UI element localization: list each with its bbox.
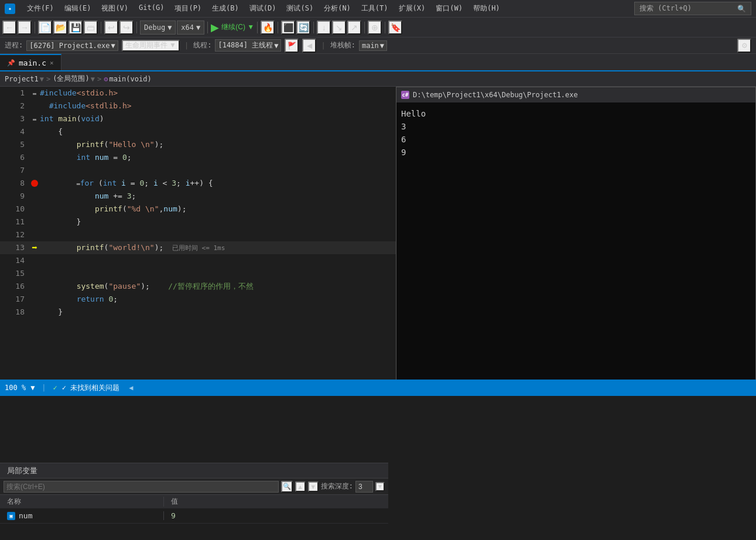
breadcrumb-function-label: main(void) <box>109 75 151 83</box>
line-marker-11 <box>29 216 40 228</box>
time-hint: 已用时间 <= 1ms <box>168 244 225 252</box>
save-button[interactable]: 💾 <box>69 20 83 35</box>
line-num-10: 10 <box>0 203 29 216</box>
output-title-bar: c# D:\temp\Project1\x64\Debug\Project1.e… <box>396 87 755 102</box>
zoom-dropdown-icon[interactable]: ▼ <box>30 384 35 392</box>
process-arrow-icon: ▼ <box>111 42 115 50</box>
stack-label: 堆栈帧: <box>330 40 355 50</box>
stop-button[interactable]: ⬛ <box>281 20 295 35</box>
menu-view[interactable]: 视图(V) <box>97 2 133 15</box>
lifecycle-toggle[interactable]: 生命周期事件 ▼ <box>122 40 180 52</box>
output-content: Hello 3 6 9 <box>396 102 755 163</box>
check-icon: ✓ <box>53 384 57 392</box>
stack-dropdown[interactable]: main ▼ <box>359 40 387 51</box>
continue-button[interactable]: ▶ 继续(C) ▼ <box>211 21 254 34</box>
breadcrumb-arrow-icon-2: ▼ <box>91 75 95 83</box>
search-icon: 🔍 <box>737 5 746 13</box>
tab-close-button[interactable]: × <box>50 59 54 67</box>
line-marker-16 <box>29 280 40 293</box>
stack-settings-button[interactable]: ⚙ <box>737 39 751 53</box>
debug-config-label: Debug <box>144 23 165 32</box>
step-into-button[interactable]: ↘ <box>332 20 346 35</box>
menu-edit[interactable]: 编辑(E) <box>60 2 96 15</box>
arch-dropdown[interactable]: x64 ▼ <box>177 20 204 35</box>
tab-main-c[interactable]: 📌 main.c × <box>0 54 61 70</box>
breadcrumb-project[interactable]: Project1 ▼ <box>5 75 44 83</box>
process-value: [6276] Project1.exe <box>29 42 110 50</box>
thread-dropdown[interactable]: [14884] 主线程 ▼ <box>215 39 281 52</box>
function-icon: ⚙ <box>104 75 108 83</box>
thread-flag-button[interactable]: 🚩 <box>285 39 299 53</box>
line-marker-15 <box>29 267 40 280</box>
fold-btn-1[interactable]: ▬ <box>33 90 36 97</box>
toolbar-separator-2 <box>101 22 101 33</box>
search-depth-input[interactable] <box>355 481 373 493</box>
line-num-1: 1 <box>0 87 29 100</box>
breakpoint-marker-8[interactable] <box>31 180 38 187</box>
menu-extensions[interactable]: 扩展(X) <box>394 2 430 15</box>
title-search-box[interactable]: 搜索 (Ctrl+Q) 🔍 <box>634 2 751 15</box>
line-marker-9 <box>29 190 40 203</box>
step-arrow-icon: ➡ <box>32 243 37 252</box>
dropdown-arrow-icon: ▼ <box>167 23 172 32</box>
undo-button[interactable]: ↩ <box>104 20 118 35</box>
output-line-1: Hello <box>401 107 751 120</box>
process-dropdown[interactable]: [6276] Project1.exe ▼ <box>26 40 118 51</box>
menu-analyze[interactable]: 分析(N) <box>319 2 355 15</box>
menu-help[interactable]: 帮助(H) <box>468 2 505 15</box>
arch-arrow-icon: ▼ <box>196 23 200 32</box>
back-button[interactable]: ← <box>2 20 16 35</box>
locals-search-up[interactable]: ▲ <box>295 481 306 492</box>
fold-btn-3[interactable]: ▬ <box>33 116 36 122</box>
search-placeholder: 搜索 (Ctrl+Q) <box>639 4 692 13</box>
menu-build[interactable]: 生成(B) <box>207 2 244 15</box>
line-marker-6 <box>29 151 40 164</box>
step-over-button[interactable]: ↓ <box>317 20 331 35</box>
menu-project[interactable]: 项目(P) <box>170 2 206 15</box>
locals-search-button[interactable]: 🔍 <box>281 481 293 493</box>
line-num-12: 12 <box>0 228 29 241</box>
breakpoints-button[interactable]: ⊕ <box>368 20 382 35</box>
locals-col-name-header: 名称 <box>0 497 164 507</box>
line-num-13: 13 <box>0 241 29 254</box>
line-marker-14 <box>29 254 40 267</box>
breadcrumb-scope[interactable]: (全局范围) ▼ <box>53 74 95 84</box>
toolbar-separator-9 <box>385 22 385 33</box>
locals-search-bar: 🔍 ▲ ▼ 搜索深度: ▼ <box>0 478 388 494</box>
locals-search-input[interactable] <box>4 481 279 493</box>
code-editor[interactable]: 1 ▬ #include<stdio.h> 2 #include<stdlib.… <box>0 87 756 380</box>
step-out-button[interactable]: ↗ <box>347 20 361 35</box>
breadcrumb-scope-label: (全局范围) <box>53 74 89 84</box>
menu-file[interactable]: 文件(F) <box>22 2 59 15</box>
line-num-5: 5 <box>0 138 29 151</box>
line-marker-3: ▬ <box>29 112 40 125</box>
stack-arrow-icon: ▼ <box>380 42 384 50</box>
restart-button[interactable]: 🔄 <box>296 20 310 35</box>
line-marker-1: ▬ <box>29 87 40 100</box>
search-depth-dropdown[interactable]: ▼ <box>375 482 385 491</box>
thread-prev-button[interactable]: ◀ <box>302 39 316 53</box>
menu-test[interactable]: 测试(S) <box>282 2 318 15</box>
open-file-button[interactable]: 📂 <box>53 20 67 35</box>
save-all-button[interactable]: 🗃 <box>84 20 98 35</box>
menu-tools[interactable]: 工具(T) <box>357 2 393 15</box>
line-num-17: 17 <box>0 293 29 306</box>
breadcrumb-function[interactable]: ⚙ main(void) <box>104 75 151 83</box>
locals-row-num-val: 9 <box>164 511 183 520</box>
redo-button[interactable]: ↪ <box>119 20 134 35</box>
menu-git[interactable]: Git(G) <box>134 2 169 15</box>
menu-debug[interactable]: 调试(D) <box>245 2 281 15</box>
bookmark-button[interactable]: 🔖 <box>388 20 402 35</box>
hot-reload-button[interactable]: 🔥 <box>261 20 275 35</box>
toolbar-separator-4 <box>207 22 208 33</box>
forward-button[interactable]: → <box>18 20 32 35</box>
menu-window[interactable]: 窗口(W) <box>431 2 467 15</box>
line-num-16: 16 <box>0 280 29 293</box>
toolbar-separator-1 <box>35 22 35 33</box>
locals-var-name: num <box>19 511 32 520</box>
new-file-button[interactable]: 📄 <box>38 20 52 35</box>
locals-search-down[interactable]: ▼ <box>308 481 319 492</box>
locals-panel: 局部变量 🔍 ▲ ▼ 搜索深度: ▼ 名称 值 ▣ num 9 <box>0 463 388 524</box>
thread-arrow-icon: ▼ <box>274 42 278 50</box>
debug-config-dropdown[interactable]: Debug ▼ <box>140 20 176 35</box>
